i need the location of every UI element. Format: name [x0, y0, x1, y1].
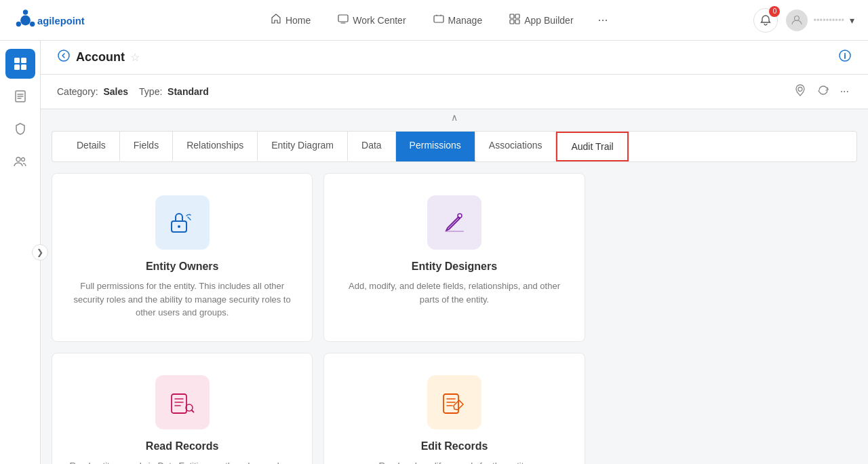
tab-fields[interactable]: Fields: [120, 132, 173, 161]
svg-rect-5: [338, 15, 348, 22]
entity-owners-title: Entity Owners: [146, 260, 219, 273]
more-options-icon[interactable]: ···: [837, 83, 852, 100]
refresh-icon[interactable]: [814, 81, 832, 102]
read-records-desc: Read entity records in Data Entities or …: [68, 459, 296, 465]
collapse-chevron-icon: ∧: [451, 112, 458, 123]
sidebar-item-security[interactable]: [5, 114, 35, 144]
tab-permissions[interactable]: Permissions: [396, 132, 475, 161]
tab-entity-diagram[interactable]: Entity Diagram: [258, 132, 348, 161]
sidebar-item-users[interactable]: [5, 147, 35, 176]
favorite-star-icon[interactable]: ☆: [130, 51, 140, 64]
edit-records-desc: Read and modify records for the entity.: [378, 459, 530, 465]
info-icon[interactable]: [838, 49, 852, 66]
svg-point-3: [16, 21, 21, 26]
nav-manage[interactable]: Manage: [422, 8, 494, 33]
entity-owners-card[interactable]: Entity Owners Full permissions for the e…: [52, 173, 313, 342]
nav-home-label: Home: [285, 15, 311, 26]
entity-owners-icon: [155, 195, 210, 250]
main-layout: ❯ Account ☆ Category: Sal: [0, 41, 868, 464]
svg-rect-14: [14, 64, 20, 70]
svg-rect-6: [434, 16, 443, 22]
svg-point-21: [798, 88, 802, 92]
svg-rect-10: [515, 20, 519, 24]
header-right: [838, 49, 852, 66]
tab-associations[interactable]: Associations: [475, 132, 557, 161]
type-value: Standard: [167, 86, 209, 97]
nav-work-center[interactable]: Work Center: [327, 8, 416, 33]
entity-designers-title: Entity Designers: [412, 260, 497, 273]
collapse-bar[interactable]: ∧: [41, 109, 868, 125]
nav-more-button[interactable]: ···: [590, 7, 616, 33]
header-bar: Account ☆: [41, 41, 868, 75]
entity-designers-card[interactable]: Entity Designers Add, modify, and delete…: [323, 173, 585, 342]
entity-owners-desc: Full permissions for the entity. This in…: [68, 279, 296, 320]
category-info: Category: Sales Type: Standard: [57, 86, 209, 97]
work-center-icon: [338, 14, 349, 27]
tab-relationships[interactable]: Relationships: [173, 132, 258, 161]
sidebar-toggle-button[interactable]: ❯: [32, 244, 48, 260]
sidebar: ❯: [0, 41, 41, 464]
empty-card-2: [596, 353, 857, 465]
header-left: Account ☆: [57, 49, 140, 66]
user-menu[interactable]: •••••••••• ▾: [786, 9, 854, 31]
nav-manage-label: Manage: [448, 15, 483, 26]
svg-rect-26: [172, 394, 186, 413]
logo[interactable]: agilepoint: [14, 8, 95, 33]
svg-rect-12: [14, 58, 20, 63]
read-records-title: Read Records: [146, 440, 219, 452]
svg-rect-15: [21, 64, 26, 70]
nav-items: Home Work Center Manage App Builder ···: [122, 7, 753, 33]
manage-icon: [433, 14, 444, 27]
svg-point-17: [16, 157, 20, 161]
empty-card-1: [596, 173, 857, 342]
entity-designers-icon: [427, 195, 481, 250]
svg-rect-25: [445, 231, 464, 232]
svg-point-24: [458, 214, 462, 218]
svg-point-23: [178, 225, 180, 228]
svg-rect-9: [510, 20, 514, 24]
svg-rect-13: [21, 58, 26, 63]
tab-data[interactable]: Data: [348, 132, 396, 161]
nav-home[interactable]: Home: [260, 8, 321, 33]
type-label: Type: Standard: [139, 86, 209, 97]
permissions-content: Entity Owners Full permissions for the e…: [41, 162, 868, 464]
main-content: Account ☆ Category: Sales Type: Standard: [41, 41, 868, 464]
svg-text:agilepoint: agilepoint: [37, 15, 85, 26]
nav-app-builder-label: App Builder: [524, 15, 573, 26]
read-records-card[interactable]: Read Records Read entity records in Data…: [52, 353, 313, 465]
location-icon[interactable]: [791, 81, 809, 102]
sidebar-item-dashboard[interactable]: [5, 49, 35, 79]
category-value: Sales: [103, 86, 128, 97]
svg-point-19: [58, 50, 69, 61]
sidebar-item-forms[interactable]: [5, 81, 35, 111]
entity-designers-desc: Add, modify, and delete fields, relation…: [340, 279, 568, 306]
svg-rect-8: [515, 14, 519, 18]
category-label: Category: Sales: [57, 86, 128, 97]
user-dropdown-icon: ▾: [850, 15, 854, 26]
svg-point-1: [23, 9, 28, 14]
notification-button[interactable]: 0: [753, 8, 778, 33]
page-title: Account: [76, 50, 125, 64]
svg-point-2: [30, 21, 35, 26]
tab-details[interactable]: Details: [63, 132, 120, 161]
svg-point-18: [21, 158, 24, 161]
edit-records-title: Edit Records: [421, 440, 488, 452]
app-builder-icon: [509, 14, 520, 27]
svg-rect-7: [510, 14, 514, 18]
edit-records-icon: [427, 375, 481, 429]
read-records-icon: [155, 375, 210, 429]
edit-records-card[interactable]: Edit Records Read and modify records for…: [323, 353, 585, 465]
nav-right: 0 •••••••••• ▾: [753, 8, 854, 33]
nav-work-center-label: Work Center: [353, 15, 406, 26]
nav-app-builder[interactable]: App Builder: [498, 8, 584, 33]
home-icon: [271, 14, 281, 27]
user-name: ••••••••••: [813, 15, 844, 25]
user-avatar: [786, 9, 808, 31]
category-bar: Category: Sales Type: Standard ···: [41, 75, 868, 109]
tab-audit-trail[interactable]: Audit Trail: [556, 132, 628, 161]
back-button[interactable]: [57, 49, 71, 66]
top-navigation: agilepoint Home Work Center Manage App: [0, 0, 868, 41]
svg-point-0: [20, 15, 31, 25]
notification-badge: 0: [769, 6, 780, 17]
category-actions: ···: [791, 81, 852, 102]
